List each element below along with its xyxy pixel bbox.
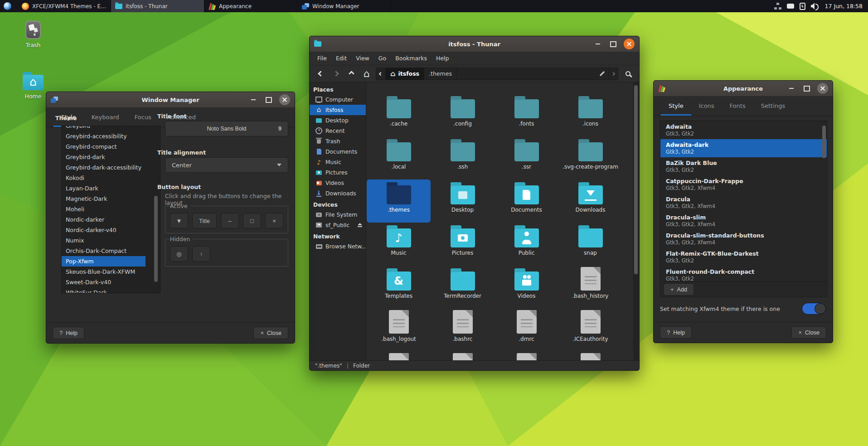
xfwm-theme-item[interactable]: Greybird-compact	[62, 141, 145, 152]
home-button[interactable]: ⌂	[360, 68, 373, 80]
gtk-theme-item[interactable]: Dracula-slim-standard-buttons Gtk3, Gtk2…	[660, 230, 827, 248]
gtk-theme-item[interactable]: Dracula-slim Gtk3, Gtk2, Xfwm4	[660, 212, 827, 230]
gtk-theme-item[interactable]: Catppuccin-Dark-Frappe Gtk3, Gtk2, Xfwm4	[660, 175, 827, 194]
gtk-theme-item[interactable]: BaZik Dark Blue Gtk3, Gtk2	[660, 157, 827, 175]
xfwm-theme-item[interactable]: Pop-Xfwm	[62, 256, 145, 267]
title-alignment-combo[interactable]: Center	[165, 157, 288, 173]
xfwm-theme-item[interactable]: Greybird-dark-accessibility	[62, 162, 145, 173]
desktop-icon-home[interactable]: Home	[17, 71, 49, 100]
layout-button[interactable]: Title	[192, 213, 217, 228]
gtk-theme-item[interactable]: Flat-Remix-GTK-Blue-Darkest Gtk3, Gtk2	[660, 248, 827, 266]
file-item[interactable]: .config	[431, 93, 495, 136]
menu-item[interactable]: Bookmarks	[391, 53, 431, 64]
menu-button[interactable]: ▼	[170, 213, 188, 228]
path-empty-area[interactable]	[457, 68, 596, 80]
volume-icon[interactable]	[811, 3, 820, 10]
xfwm-theme-item[interactable]: Skeuos-Blue-Dark-XFWM	[62, 267, 145, 277]
file-item[interactable]	[367, 352, 431, 360]
sidebar-item[interactable]: Downloads	[310, 188, 366, 199]
close-button[interactable]: ×	[265, 213, 283, 228]
file-item[interactable]: Documents	[495, 179, 558, 223]
file-item[interactable]: snap	[558, 223, 622, 266]
minimize-button[interactable]	[248, 95, 258, 105]
file-item[interactable]: TermRecorder	[431, 266, 495, 309]
appearance-tab[interactable]: Settings	[753, 96, 793, 116]
close-button[interactable]	[279, 94, 290, 105]
sidebar-item[interactable]: Trash	[310, 136, 366, 146]
path-scroll-left[interactable]	[376, 68, 386, 80]
taskbar-item[interactable]: itsfoss - Thunar	[111, 0, 204, 12]
minimize-button[interactable]: –	[221, 213, 239, 228]
file-item[interactable]: .icons	[558, 93, 622, 136]
close-dialog-button[interactable]: × Close	[791, 326, 826, 339]
xfwm-theme-item[interactable]: Sweet-Dark-v40	[62, 277, 145, 287]
forward-button[interactable]	[330, 68, 342, 80]
file-item[interactable]: .local	[367, 136, 431, 179]
xfwm-theme-item[interactable]: Layan-Dark	[62, 183, 145, 194]
file-item[interactable]	[558, 352, 622, 360]
file-item[interactable]: .themes	[367, 179, 431, 223]
sidebar-item[interactable]: File System	[310, 209, 366, 220]
gtk-theme-item[interactable]: Fluent-round-Dark-compact Gtk3, Gtk2	[660, 266, 827, 282]
sidebar-item[interactable]: Documents	[310, 146, 366, 157]
applications-menu-icon[interactable]	[4, 2, 11, 10]
appearance-tab[interactable]: Fonts	[722, 96, 753, 116]
wm-titlebar[interactable]: Window Manager	[46, 92, 295, 107]
scrollbar-thumb[interactable]	[822, 126, 826, 158]
file-item[interactable]: .bashrc	[431, 309, 495, 352]
edit-path-button[interactable]	[596, 68, 609, 80]
maximize-button[interactable]	[608, 39, 618, 49]
maximize-button[interactable]	[802, 83, 812, 93]
stick-button[interactable]: ↑	[192, 246, 210, 262]
xfwm-theme-item[interactable]: Nordic-darker-v40	[62, 225, 145, 235]
gtk-theme-item[interactable]: Adwaita-dark Gtk3, Gtk2	[660, 139, 827, 157]
up-button[interactable]	[345, 68, 358, 80]
file-item[interactable]: Public	[495, 223, 558, 266]
file-item[interactable]: .svg-create-program	[558, 136, 622, 179]
desktop-icon-trash[interactable]: Trash	[17, 21, 49, 48]
xfwm-theme-item[interactable]: Nordic-darker	[62, 214, 145, 225]
sidebar-item[interactable]: Browse Netw...	[310, 241, 366, 252]
file-item[interactable]: .cache	[367, 93, 431, 136]
taskbar-item[interactable]: Appearance	[204, 0, 298, 12]
xfwm-theme-item[interactable]: Greybird-dark	[62, 152, 145, 162]
sidebar-item[interactable]: Recent	[310, 126, 366, 136]
add-theme-button[interactable]: + Add	[664, 283, 694, 296]
battery-icon[interactable]	[800, 3, 805, 10]
sidebar-item[interactable]: itsfoss	[310, 105, 366, 115]
gtk-theme-item[interactable]: Adwaita Gtk3, Gtk2	[660, 121, 827, 139]
help-button[interactable]: ? Help	[53, 327, 84, 339]
close-dialog-button[interactable]: × Close	[253, 327, 288, 339]
shade-button[interactable]: ◎	[170, 246, 188, 262]
network-icon[interactable]	[774, 3, 781, 10]
sidebar-item[interactable]: Desktop	[310, 115, 366, 126]
file-item[interactable]: Music	[367, 223, 431, 266]
xfwm-theme-item[interactable]: Moheli	[62, 204, 145, 214]
thunar-titlebar[interactable]: itsfoss - Thunar	[310, 36, 639, 52]
file-item[interactable]: .ssh	[431, 136, 495, 179]
maximize-button[interactable]	[264, 95, 274, 105]
xfwm-theme-item[interactable]: Greybird	[62, 126, 145, 131]
minimize-button[interactable]	[593, 39, 603, 49]
appearance-titlebar[interactable]: Appearance	[654, 81, 833, 96]
file-item[interactable]: .bash_logout	[367, 309, 431, 352]
xfwm-theme-item[interactable]: Kokodi	[62, 173, 145, 183]
path-scroll-right[interactable]	[609, 68, 618, 80]
menu-item[interactable]: View	[352, 53, 373, 64]
path-segment-folder[interactable]: .themes	[424, 68, 457, 80]
menu-item[interactable]: File	[313, 53, 331, 64]
taskbar-item[interactable]: Window Manager	[298, 0, 391, 12]
file-item[interactable]: .ICEauthority	[558, 309, 622, 352]
file-item[interactable]: Desktop	[431, 179, 495, 223]
gtk-theme-item[interactable]: Dracula Gtk3, Gtk2, Xfwm4	[660, 194, 827, 212]
title-font-button[interactable]: Noto Sans Bold 9	[165, 121, 288, 136]
sidebar-item[interactable]: Pictures	[310, 167, 366, 178]
xfwm-theme-item[interactable]: WhiteSur-Dark	[62, 287, 145, 293]
file-item[interactable]: .fonts	[495, 93, 558, 136]
sidebar-item[interactable]: Videos	[310, 178, 366, 188]
file-view[interactable]: .cache .config .fonts	[366, 82, 639, 360]
xfwm-theme-item[interactable]: Orchis-Dark-Compact	[62, 246, 145, 256]
search-button[interactable]	[621, 68, 635, 80]
scrollbar-thumb[interactable]	[634, 85, 638, 274]
help-button[interactable]: ? Help	[660, 326, 692, 339]
